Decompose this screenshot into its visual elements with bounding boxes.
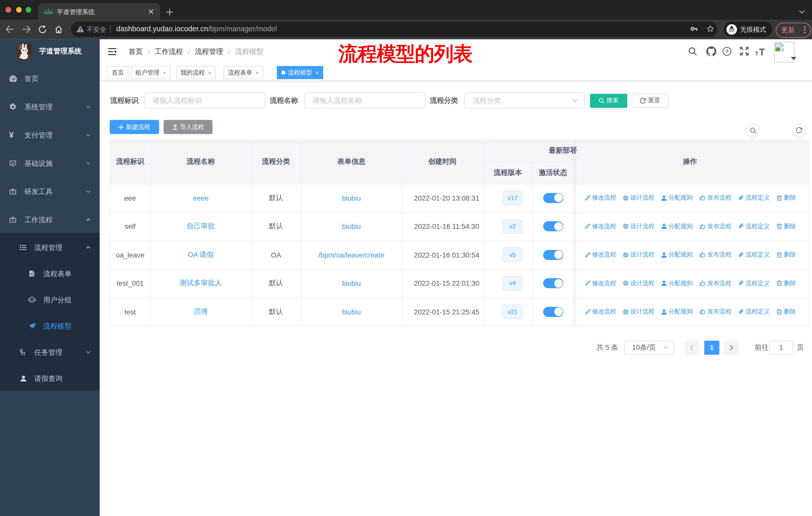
svg-text:?: ? [725,48,729,54]
